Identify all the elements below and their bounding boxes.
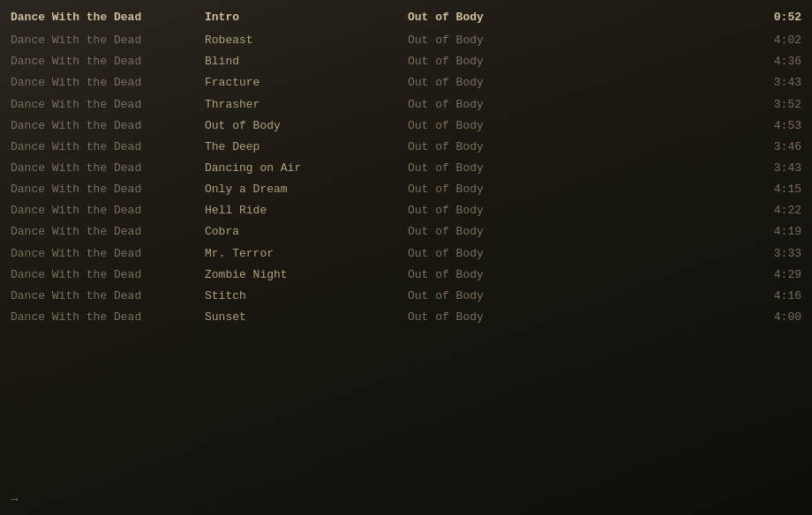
track-title: Cobra [205, 223, 408, 241]
track-album: Out of Body [408, 245, 584, 263]
track-artist: Dance With the Dead [11, 287, 205, 305]
track-time: 4:15 [584, 181, 801, 198]
track-title: Sunset [205, 309, 408, 326]
track-title: Mr. Terror [205, 245, 408, 263]
track-title: Blind [205, 53, 408, 71]
header-artist: Dance With the Dead [11, 9, 205, 26]
track-artist: Dance With the Dead [11, 266, 205, 284]
table-row[interactable]: Dance With the Dead Cobra Out of Body 4:… [0, 221, 812, 243]
track-album: Out of Body [408, 202, 584, 220]
track-artist: Dance With the Dead [11, 223, 205, 241]
track-album: Out of Body [408, 96, 584, 114]
track-album: Out of Body [408, 181, 584, 198]
track-title: Out of Body [205, 117, 408, 135]
track-album: Out of Body [408, 138, 584, 156]
table-row[interactable]: Dance With the Dead Sunset Out of Body 4… [0, 307, 812, 328]
track-artist: Dance With the Dead [11, 53, 205, 71]
table-row[interactable]: Dance With the Dead Dancing on Air Out o… [0, 158, 812, 179]
table-row[interactable]: Dance With the Dead Fracture Out of Body… [0, 72, 812, 93]
track-album: Out of Body [408, 287, 584, 305]
track-album: Out of Body [408, 266, 584, 284]
track-list-header: Dance With the Dead Intro Out of Body 0:… [0, 7, 812, 28]
track-time: 4:29 [584, 266, 801, 284]
track-artist: Dance With the Dead [11, 74, 205, 92]
table-row[interactable]: Dance With the Dead Stitch Out of Body 4… [0, 286, 812, 307]
table-row[interactable]: Dance With the Dead Blind Out of Body 4:… [0, 51, 812, 72]
track-title: Fracture [205, 74, 408, 92]
header-album: Out of Body [408, 9, 584, 26]
track-time: 4:02 [584, 32, 801, 49]
track-artist: Dance With the Dead [11, 138, 205, 156]
track-time: 3:43 [584, 160, 801, 177]
track-artist: Dance With the Dead [11, 245, 205, 263]
track-title: Robeast [205, 32, 408, 49]
track-time: 4:16 [584, 287, 801, 305]
track-artist: Dance With the Dead [11, 309, 205, 326]
track-title: Dancing on Air [205, 160, 408, 177]
track-title: Only a Dream [205, 181, 408, 198]
track-time: 3:52 [584, 96, 801, 114]
table-row[interactable]: Dance With the Dead Thrasher Out of Body… [0, 94, 812, 116]
track-album: Out of Body [408, 223, 584, 241]
track-artist: Dance With the Dead [11, 96, 205, 114]
track-title: Stitch [205, 287, 408, 305]
track-artist: Dance With the Dead [11, 160, 205, 177]
track-title: The Deep [205, 138, 408, 156]
track-time: 4:36 [584, 53, 801, 71]
track-time: 4:22 [584, 202, 801, 220]
track-time: 4:53 [584, 117, 801, 135]
track-time: 3:33 [584, 245, 801, 263]
table-row[interactable]: Dance With the Dead Zombie Night Out of … [0, 265, 812, 286]
track-album: Out of Body [408, 53, 584, 71]
track-album: Out of Body [408, 160, 584, 177]
table-row[interactable]: Dance With the Dead Mr. Terror Out of Bo… [0, 243, 812, 265]
table-row[interactable]: Dance With the Dead Out of Body Out of B… [0, 116, 812, 137]
track-title: Thrasher [205, 96, 408, 114]
track-time: 4:00 [584, 309, 801, 326]
track-time: 3:43 [584, 74, 801, 92]
header-title: Intro [205, 9, 408, 26]
track-time: 4:19 [584, 223, 801, 241]
table-row[interactable]: Dance With the Dead Hell Ride Out of Bod… [0, 200, 812, 221]
track-title: Hell Ride [205, 202, 408, 220]
track-list: Dance With the Dead Intro Out of Body 0:… [0, 0, 812, 335]
header-time: 0:52 [584, 9, 801, 26]
track-artist: Dance With the Dead [11, 117, 205, 135]
arrow-indicator: → [11, 492, 18, 506]
table-row[interactable]: Dance With the Dead Robeast Out of Body … [0, 30, 812, 51]
track-title: Zombie Night [205, 266, 408, 284]
track-artist: Dance With the Dead [11, 202, 205, 220]
track-artist: Dance With the Dead [11, 181, 205, 198]
table-row[interactable]: Dance With the Dead Only a Dream Out of … [0, 179, 812, 200]
track-artist: Dance With the Dead [11, 32, 205, 49]
track-album: Out of Body [408, 309, 584, 326]
track-album: Out of Body [408, 117, 584, 135]
track-album: Out of Body [408, 32, 584, 49]
track-time: 3:46 [584, 138, 801, 156]
track-album: Out of Body [408, 74, 584, 92]
table-row[interactable]: Dance With the Dead The Deep Out of Body… [0, 137, 812, 158]
